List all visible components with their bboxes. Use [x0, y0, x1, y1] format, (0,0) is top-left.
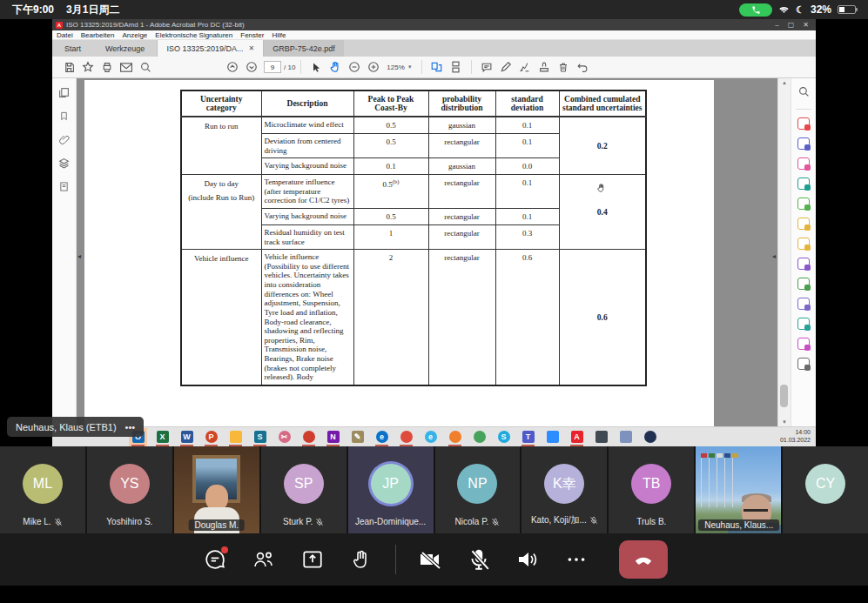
stamp-icon[interactable]	[535, 59, 554, 75]
taskbar-app-edge[interactable]: e	[373, 428, 391, 446]
chat-button[interactable]	[200, 545, 230, 574]
taskbar-app-globe-app[interactable]	[470, 428, 488, 446]
page-thumbnails-icon[interactable]	[58, 87, 70, 98]
tab-close-icon[interactable]: ✕	[248, 44, 254, 52]
mic-toggle-button[interactable]	[464, 545, 494, 574]
email-icon[interactable]	[117, 59, 136, 75]
raise-hand-button[interactable]	[347, 545, 376, 574]
tool-compress-pdf[interactable]	[797, 338, 810, 350]
vertical-scrollbar[interactable]: ▲ ▼	[777, 78, 791, 426]
print-icon[interactable]	[98, 59, 117, 75]
menu-item[interactable]: Anzeige	[122, 31, 147, 39]
more-options-icon[interactable]: •••	[125, 422, 136, 432]
participant-tile[interactable]: JP Jean-Dominique...	[348, 446, 434, 533]
taskbar-clock[interactable]: 14:00 01.03.2022	[780, 429, 816, 445]
participant-tile[interactable]: CY	[783, 446, 868, 533]
bookmarks-icon[interactable]	[59, 111, 69, 122]
participant-tile[interactable]: ML Mike L.	[0, 446, 85, 533]
page-number-input[interactable]: 9	[264, 61, 281, 73]
menu-item[interactable]: Bearbeiten	[81, 31, 115, 39]
speaker-button[interactable]	[513, 545, 542, 574]
zoom-in-icon[interactable]	[364, 59, 383, 75]
scrollbar-thumb[interactable]	[780, 385, 788, 407]
tool-create-pdf[interactable]	[797, 117, 810, 130]
taskbar-app-skype[interactable]: S	[495, 428, 513, 446]
tool-fill-sign[interactable]	[797, 258, 810, 270]
tool-organize-pages[interactable]	[797, 157, 810, 170]
tool-combine-files[interactable]	[797, 218, 810, 230]
tool-scan-ocr[interactable]	[797, 198, 810, 210]
scrolling-view-icon[interactable]	[447, 59, 466, 75]
close-button[interactable]: ✕	[803, 21, 809, 29]
menu-item[interactable]: Fenster	[240, 31, 264, 39]
zoom-level-select[interactable]: 125% ▼	[387, 64, 412, 71]
tab-document-inactive[interactable]: GRBP-75-42e.pdf	[263, 40, 344, 57]
save-icon[interactable]	[59, 59, 78, 75]
star-icon[interactable]	[78, 59, 98, 75]
menu-item[interactable]: Datei	[57, 31, 73, 39]
more-options-button[interactable]	[562, 545, 591, 574]
tool-comment[interactable]	[797, 238, 810, 250]
tool-enhance-scans[interactable]	[797, 178, 810, 190]
participants-button[interactable]	[249, 545, 279, 574]
taskbar-app-chrome[interactable]	[397, 428, 415, 446]
taskbar-app-onenote[interactable]: N	[324, 428, 342, 446]
maximize-button[interactable]: ▢	[788, 21, 795, 29]
left-panel-toggle-icon[interactable]: ◂	[77, 252, 81, 260]
layers-icon[interactable]	[58, 157, 70, 169]
taskbar-app-acrobat[interactable]: A	[568, 428, 586, 446]
select-cursor-icon[interactable]	[306, 59, 326, 75]
tab-werkzeuge[interactable]: Werkzeuge	[93, 40, 157, 57]
participant-tile[interactable]: K幸 Kato, Koji/加...	[521, 446, 607, 533]
pencil-icon[interactable]	[496, 59, 515, 75]
search-icon[interactable]	[136, 59, 155, 75]
comment-icon[interactable]	[477, 59, 496, 75]
participant-tile[interactable]: Douglas M.	[174, 446, 259, 533]
taskbar-app-paint-app[interactable]	[299, 428, 318, 446]
taskbar-app-file-explorer[interactable]	[226, 428, 245, 446]
undo-icon[interactable]	[573, 59, 592, 75]
taskbar-app-sharepoint[interactable]: S	[251, 428, 269, 446]
menu-item[interactable]: Elektronische Signaturen	[155, 31, 232, 39]
taskbar-app-excel[interactable]: X	[153, 428, 172, 446]
participant-tile[interactable]: Neuhaus, Klaus...	[696, 446, 781, 533]
participant-tile[interactable]: NP Nicola P.	[435, 446, 521, 533]
taskbar-app-powerpoint[interactable]: P	[202, 428, 220, 446]
zoom-out-icon[interactable]	[345, 59, 364, 75]
minimize-button[interactable]: –	[775, 21, 778, 29]
tab-document-active[interactable]: ISO 13325:2019/DA... ✕	[157, 40, 263, 57]
taskbar-app-firefox[interactable]	[446, 428, 464, 446]
tool-certificates[interactable]	[797, 318, 810, 330]
taskbar-app-word[interactable]: W	[178, 428, 196, 446]
hand-tool-icon[interactable]	[326, 59, 345, 75]
right-panel-toggle-icon[interactable]: ◂	[772, 252, 776, 260]
taskbar-app-video-app[interactable]	[543, 428, 562, 446]
scroll-up-icon[interactable]: ▲	[778, 80, 791, 85]
page-view-icon[interactable]	[427, 59, 447, 75]
taskbar-app-calculator[interactable]	[616, 428, 635, 446]
active-call-pill[interactable]	[739, 3, 772, 17]
menu-item[interactable]: Hilfe	[272, 31, 286, 39]
tool-more-tools[interactable]	[797, 358, 810, 370]
tab-start[interactable]: Start	[52, 40, 93, 57]
document-icon[interactable]	[59, 181, 69, 192]
delete-icon[interactable]	[554, 59, 573, 75]
participant-tile[interactable]: YS Yoshihiro S.	[87, 446, 172, 533]
participant-tile[interactable]: TB Truls B.	[609, 446, 694, 533]
participant-tile[interactable]: SP Sturk P.	[261, 446, 347, 533]
taskbar-app-snipping-tool[interactable]: ✂	[275, 428, 293, 446]
share-screen-button[interactable]	[298, 545, 327, 574]
find-icon[interactable]	[798, 85, 810, 101]
presenter-label[interactable]: Neuhaus, Klaus (ETB1) •••	[7, 417, 144, 437]
tool-protect[interactable]	[797, 298, 810, 310]
taskbar-app-teams[interactable]: T	[519, 428, 537, 446]
sign-icon[interactable]	[515, 59, 535, 75]
pdf-page-area[interactable]: Uncertainty categoryDescriptionPeak to P…	[77, 78, 777, 426]
end-call-button[interactable]	[619, 540, 668, 579]
tool-export-pdf[interactable]	[797, 137, 810, 150]
taskbar-app-pen-tool[interactable]: ✎	[348, 428, 367, 446]
tool-print-production[interactable]	[797, 278, 810, 290]
taskbar-app-internet-explorer[interactable]: e	[421, 428, 440, 446]
taskbar-app-notepad-app[interactable]	[592, 428, 610, 446]
next-page-icon[interactable]	[242, 59, 261, 75]
